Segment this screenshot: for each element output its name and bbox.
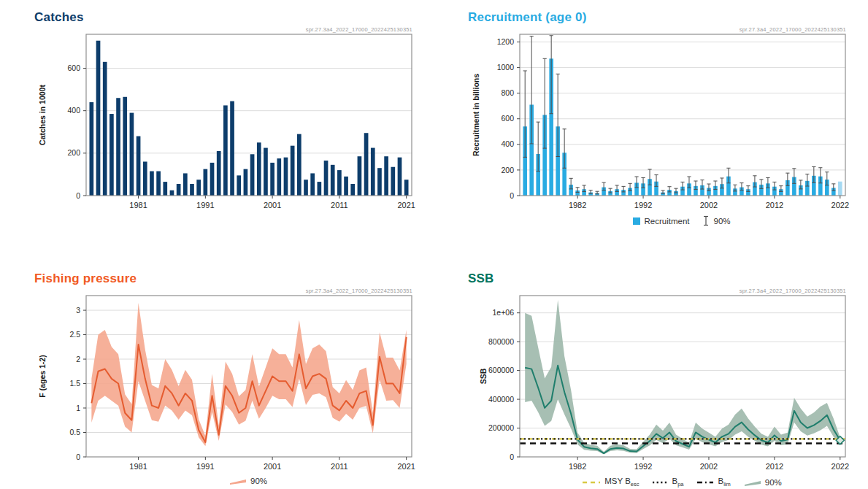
svg-text:800: 800 [501,88,514,97]
svg-text:2021: 2021 [397,201,415,209]
svg-text:2002: 2002 [700,462,718,471]
panel-recruitment: Recruitment (age 0) spr.27.3a4_2022_1700… [434,10,867,272]
legend-item-recruitment: Recruitment [633,217,689,226]
recruitment-chartbox: spr.27.3a4_2022_17000_2022425130351 0200… [453,26,850,213]
legend-label: Recruitment [644,217,689,226]
panel-ssb: SSB spr.27.3a4_2022_17000_2022425130351 … [434,272,867,489]
svg-text:1000: 1000 [497,63,515,72]
fishing-pressure-title: Fishing pressure [34,272,434,286]
catches-chartbox: spr.27.3a4_2022_17000_2022425130351 0200… [19,26,416,213]
recruitment-title: Recruitment (age 0) [468,10,867,25]
legend-item-ci90: 90% [744,478,782,487]
legend-item-ci90: 90% [702,215,730,226]
legend-label: 90% [250,477,267,485]
dashed-yellow-line-icon [582,480,601,485]
legend-item-ci90: 90% [229,477,267,485]
svg-text:400: 400 [501,139,514,148]
svg-text:600000: 600000 [488,366,514,374]
svg-text:0.5: 0.5 [69,428,80,436]
svg-text:2022: 2022 [831,201,849,209]
svg-text:Catches in 1000t: Catches in 1000t [38,85,47,145]
svg-text:1992: 1992 [634,201,652,209]
svg-text:1991: 1991 [196,462,214,471]
svg-text:2022: 2022 [831,462,849,471]
fishing-pressure-legend: 90% [50,477,447,485]
svg-text:3: 3 [76,306,80,315]
svg-text:1992: 1992 [634,462,652,471]
dotted-black-line-icon [652,480,668,485]
svg-text:2001: 2001 [264,462,281,471]
advice-plots-grid: Catches spr.27.3a4_2022_17000_2022425130… [0,0,868,489]
catches-title: Catches [34,10,434,25]
ssb-title: SSB [468,272,867,286]
svg-text:2.5: 2.5 [69,330,80,339]
svg-text:2012: 2012 [766,462,783,471]
legend-label: MSY Besc [604,477,639,488]
svg-text:200: 200 [501,166,514,174]
svg-text:1981: 1981 [129,201,147,209]
svg-text:1: 1 [76,404,80,412]
legend-label: 90% [765,478,782,487]
svg-text:Recruitment in billions: Recruitment in billions [472,74,480,156]
svg-text:2001: 2001 [264,201,281,209]
panel-catches: Catches spr.27.3a4_2022_17000_2022425130… [0,10,434,272]
catches-watermark: spr.27.3a4_2022_17000_2022425130351 [19,26,416,34]
svg-text:0: 0 [76,191,80,200]
fishing-pressure-watermark: spr.27.3a4_2022_17000_2022425130351 [19,287,416,295]
legend-label: 90% [713,217,730,226]
legend-item-bpa: Bpa [652,477,683,488]
catches-bar-chart: 020040060019811991200120112021Catches in… [19,34,416,213]
recruitment-legend: Recruitment 90% [483,215,868,226]
errorbar-icon [702,215,710,226]
svg-text:1991: 1991 [196,201,214,209]
svg-text:0: 0 [510,191,514,200]
svg-text:0: 0 [510,453,514,461]
svg-text:400: 400 [67,106,80,115]
ssb-chartbox: spr.27.3a4_2022_17000_2022425130351 0200… [453,287,850,474]
dash-dot-black-line-icon [696,480,714,485]
fishing-pressure-line-chart: 00.511.522.5319811991200120112021F (ages… [19,295,416,474]
fishing-pressure-chartbox: spr.27.3a4_2022_17000_2022425130351 00.5… [19,287,416,474]
legend-label: Blim [718,477,730,488]
svg-text:200: 200 [67,148,80,157]
svg-text:1200: 1200 [497,37,515,46]
svg-text:0: 0 [76,453,80,461]
svg-text:600: 600 [67,63,80,72]
svg-text:2: 2 [76,355,80,363]
legend-label: Bpa [672,477,683,488]
svg-text:600: 600 [501,114,514,123]
svg-text:1e+06: 1e+06 [493,308,515,317]
ssb-watermark: spr.27.3a4_2022_17000_2022425130351 [453,287,850,295]
svg-text:SSB: SSB [479,368,488,384]
svg-text:400000: 400000 [488,395,514,404]
svg-text:2011: 2011 [331,462,348,471]
svg-text:200000: 200000 [488,423,514,432]
ssb-line-chart: 02000004000006000008000001e+061982199220… [453,295,850,474]
svg-text:1981: 1981 [129,462,147,471]
band-swatch-icon [229,477,247,485]
recruitment-bar-chart: 0200400600800100012001982199220022012202… [453,34,850,213]
svg-text:1982: 1982 [569,201,586,209]
svg-text:1.5: 1.5 [69,379,80,388]
legend-item-msy-besc: MSY Besc [582,477,639,488]
svg-text:2021: 2021 [397,462,415,471]
legend-item-blim: Blim [696,477,730,488]
band-swatch-icon [744,479,761,486]
svg-text:F (ages 1-2): F (ages 1-2) [38,355,47,397]
svg-text:2012: 2012 [766,201,783,209]
recruitment-bar-swatch-icon [633,217,640,225]
svg-text:800000: 800000 [488,337,514,346]
recruitment-watermark: spr.27.3a4_2022_17000_2022425130351 [453,26,850,34]
panel-fishing-pressure: Fishing pressure spr.27.3a4_2022_17000_2… [0,272,434,489]
svg-text:2011: 2011 [331,201,348,209]
ssb-legend: MSY Besc Bpa Blim 90% [483,477,868,488]
svg-text:2002: 2002 [700,201,718,209]
svg-text:1982: 1982 [569,462,586,471]
